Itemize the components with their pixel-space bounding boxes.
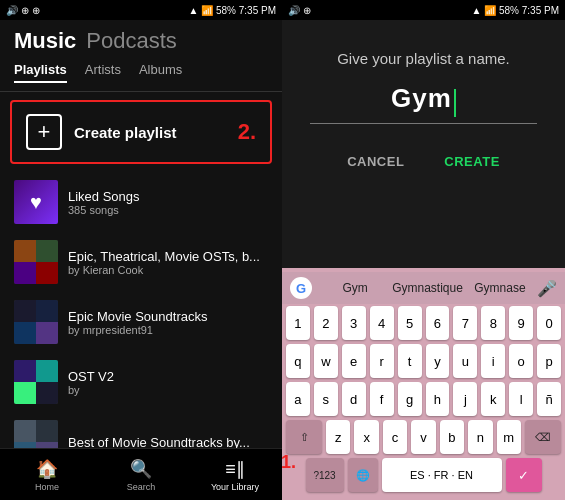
- create-playlist-button[interactable]: + Create playlist 2.: [10, 100, 272, 164]
- key-p[interactable]: p: [537, 344, 561, 378]
- globe-key[interactable]: 🌐: [348, 458, 378, 492]
- shift-key[interactable]: ⇧: [286, 420, 322, 454]
- key-123[interactable]: ?123: [306, 458, 344, 492]
- tab-playlists[interactable]: Playlists: [14, 62, 67, 83]
- suggestion-gym[interactable]: Gym: [320, 281, 390, 295]
- key-l[interactable]: l: [509, 382, 533, 416]
- key-n-tilde[interactable]: ñ: [537, 382, 561, 416]
- key-u[interactable]: u: [453, 344, 477, 378]
- tab-albums[interactable]: Albums: [139, 62, 182, 83]
- playlist-subtitle: 385 songs: [68, 204, 268, 216]
- playlist-name-input-area[interactable]: Gym: [310, 83, 536, 124]
- playlist-name-value: Gym: [391, 83, 452, 113]
- tab-artists[interactable]: Artists: [85, 62, 121, 83]
- keyboard: G Gym Gymnastique Gymnase 🎤 1 2 3 4 5 6 …: [282, 268, 565, 500]
- backspace-key[interactable]: ⌫: [525, 420, 561, 454]
- key-w[interactable]: w: [314, 344, 338, 378]
- cancel-button[interactable]: CANCEL: [347, 154, 404, 169]
- list-item[interactable]: Epic, Theatrical, Movie OSTs, b... by Ki…: [0, 232, 282, 292]
- key-5[interactable]: 5: [398, 306, 422, 340]
- left-panel: 🔊 ⊕ ⊕ ▲ 📶 58% 7:35 PM Music Podcasts Pla…: [0, 0, 282, 500]
- playlist-title: OST V2: [68, 369, 268, 384]
- key-1[interactable]: 1: [286, 306, 310, 340]
- key-q[interactable]: q: [286, 344, 310, 378]
- playlist-name-dialog: Give your playlist a name. Gym CANCEL CR…: [282, 20, 565, 268]
- key-g[interactable]: g: [398, 382, 422, 416]
- key-y[interactable]: y: [426, 344, 450, 378]
- key-z[interactable]: z: [326, 420, 350, 454]
- space-key[interactable]: ES · FR · EN: [382, 458, 502, 492]
- qwerty-row: q w e r t y u i o p: [286, 344, 561, 378]
- playlist-thumb-2: [14, 300, 58, 344]
- app-header: Music Podcasts: [0, 20, 282, 58]
- liked-songs-thumb: ♥: [14, 180, 58, 224]
- zxcv-row: ⇧ z x c v b n m ⌫: [286, 420, 561, 454]
- status-left-icons: 🔊 ⊕ ⊕: [6, 5, 40, 16]
- playlist-thumb-3: [14, 360, 58, 404]
- key-7[interactable]: 7: [453, 306, 477, 340]
- nav-home-label: Home: [35, 482, 59, 492]
- key-9[interactable]: 9: [509, 306, 533, 340]
- playlist-subtitle: by: [68, 384, 268, 396]
- nav-library[interactable]: ≡∥ Your Library 1.: [188, 458, 282, 492]
- key-c[interactable]: c: [383, 420, 407, 454]
- key-j[interactable]: j: [453, 382, 477, 416]
- key-2[interactable]: 2: [314, 306, 338, 340]
- key-i[interactable]: i: [481, 344, 505, 378]
- key-k[interactable]: k: [481, 382, 505, 416]
- key-3[interactable]: 3: [342, 306, 366, 340]
- playlist-info: OST V2 by: [68, 369, 268, 396]
- playlist-title: Best of Movie Soundtracks by...: [68, 435, 268, 449]
- keyboard-rows: 1 2 3 4 5 6 7 8 9 0 q w e r t y u i o: [282, 304, 565, 496]
- key-a[interactable]: a: [286, 382, 310, 416]
- key-s[interactable]: s: [314, 382, 338, 416]
- key-v[interactable]: v: [411, 420, 435, 454]
- suggestion-gymnastique[interactable]: Gymnastique: [392, 281, 463, 295]
- text-cursor: [454, 89, 456, 117]
- key-n[interactable]: n: [468, 420, 492, 454]
- playlist-subtitle: by Kieran Cook: [68, 264, 268, 276]
- music-tab-header[interactable]: Music: [14, 28, 76, 54]
- key-r[interactable]: r: [370, 344, 394, 378]
- microphone-icon[interactable]: 🎤: [537, 279, 557, 298]
- playlist-info: Liked Songs 385 songs: [68, 189, 268, 216]
- nav-search[interactable]: 🔍 Search: [94, 458, 188, 492]
- key-d[interactable]: d: [342, 382, 366, 416]
- list-item[interactable]: Best of Movie Soundtracks by...: [0, 412, 282, 448]
- enter-key[interactable]: ✓: [506, 458, 542, 492]
- left-status-bar: 🔊 ⊕ ⊕ ▲ 📶 58% 7:35 PM: [0, 0, 282, 20]
- key-0[interactable]: 0: [537, 306, 561, 340]
- key-h[interactable]: h: [426, 382, 450, 416]
- r-status-right: ▲ 📶 58% 7:35 PM: [472, 5, 560, 16]
- key-8[interactable]: 8: [481, 306, 505, 340]
- create-button[interactable]: CREATE: [444, 154, 499, 169]
- list-item[interactable]: ♥ Liked Songs 385 songs: [0, 172, 282, 232]
- dialog-actions: CANCEL CREATE: [347, 154, 500, 169]
- key-e[interactable]: e: [342, 344, 366, 378]
- nav-search-label: Search: [127, 482, 156, 492]
- key-o[interactable]: o: [509, 344, 533, 378]
- key-t[interactable]: t: [398, 344, 422, 378]
- playlist-info: Epic Movie Soundtracks by mrpresident91: [68, 309, 268, 336]
- key-f[interactable]: f: [370, 382, 394, 416]
- playlist-info: Epic, Theatrical, Movie OSTs, b... by Ki…: [68, 249, 268, 276]
- key-x[interactable]: x: [354, 420, 378, 454]
- status-right-info: ▲ 📶 58% 7:35 PM: [189, 5, 277, 16]
- playlist-info: Best of Movie Soundtracks by...: [68, 435, 268, 449]
- key-4[interactable]: 4: [370, 306, 394, 340]
- right-panel: 🔊 ⊕ ▲ 📶 58% 7:35 PM Give your playlist a…: [282, 0, 565, 500]
- podcasts-tab-header[interactable]: Podcasts: [86, 28, 177, 54]
- search-icon: 🔍: [130, 458, 152, 480]
- bottom-navigation: 🏠 Home 🔍 Search ≡∥ Your Library 1.: [0, 448, 282, 500]
- key-6[interactable]: 6: [426, 306, 450, 340]
- key-b[interactable]: b: [440, 420, 464, 454]
- number-row: 1 2 3 4 5 6 7 8 9 0: [286, 306, 561, 340]
- r-status-left: 🔊 ⊕: [288, 5, 311, 16]
- nav-home[interactable]: 🏠 Home: [0, 458, 94, 492]
- playlist-list: ♥ Liked Songs 385 songs Epic, Theatrical…: [0, 172, 282, 448]
- playlist-title: Liked Songs: [68, 189, 268, 204]
- list-item[interactable]: Epic Movie Soundtracks by mrpresident91: [0, 292, 282, 352]
- list-item[interactable]: OST V2 by: [0, 352, 282, 412]
- suggestion-gymnase[interactable]: Gymnase: [465, 281, 535, 295]
- key-m[interactable]: m: [497, 420, 521, 454]
